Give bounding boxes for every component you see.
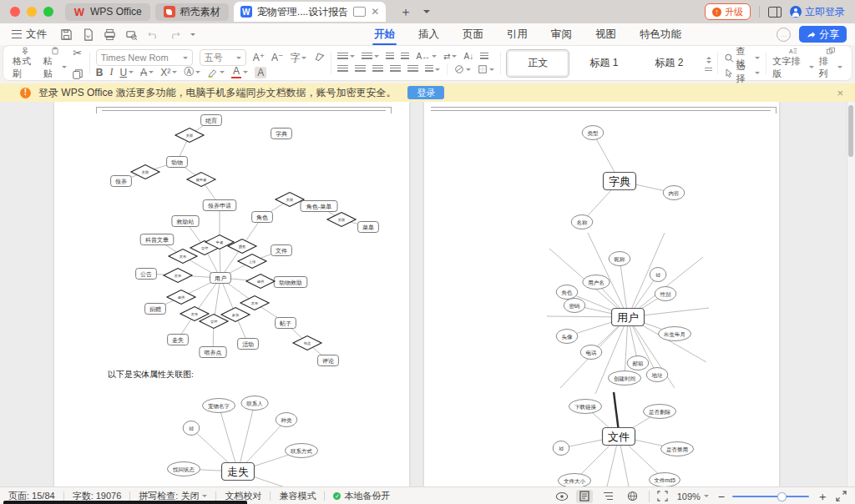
diagram-node-weiyangdian[interactable]: 喂养点	[200, 347, 226, 358]
document-area[interactable]: 绝育字典动物领养领养申请救助站科普文章角色角色-菜单菜单文件公告用户动物救助捐赠…	[0, 102, 855, 486]
diagram-node-neirong[interactable]: 内容	[663, 186, 685, 200]
sidebar-toggle-icon[interactable]	[768, 7, 782, 18]
upgrade-button[interactable]: ↑ 升级	[705, 3, 751, 20]
diagram-node-juese2[interactable]: 角色	[556, 285, 578, 300]
style-heading-2[interactable]: 标题 2	[638, 50, 700, 77]
underline-button[interactable]: U	[119, 67, 134, 78]
export-pdf-icon[interactable]	[82, 28, 94, 41]
fullscreen-icon[interactable]	[836, 491, 847, 501]
diagram-node-touxiang[interactable]: 头像	[556, 330, 578, 344]
tab-special-features[interactable]: 特色功能	[628, 23, 693, 45]
columns-icon[interactable]	[480, 53, 488, 61]
diagram-node-caidan[interactable]: 菜单	[358, 222, 379, 233]
highlight-button[interactable]	[207, 68, 225, 78]
tab-reference[interactable]: 引用	[495, 23, 539, 45]
diagram-node-d2[interactable]: 关联	[131, 165, 159, 179]
font-color-button[interactable]: A	[231, 66, 248, 79]
sort-button[interactable]: A↓	[463, 52, 473, 61]
diagram-node-e6[interactable]: 找回状态	[167, 462, 200, 476]
align-left-icon[interactable]	[337, 65, 348, 73]
diagram-node-sfsc[interactable]: 是否删除	[643, 405, 675, 419]
save-icon[interactable]	[60, 28, 73, 41]
diagram-node-zoushi2[interactable]: 走失	[222, 463, 255, 481]
diagram-node-wenjian[interactable]: 文件	[271, 245, 292, 256]
diagram-node-d5[interactable]: 关联	[327, 213, 356, 227]
superscript-button[interactable]: X²	[160, 67, 177, 78]
web-view-button[interactable]	[625, 490, 641, 503]
diagram-node-dE[interactable]: 发布	[164, 269, 192, 283]
borders-button[interactable]	[478, 64, 494, 74]
grow-font-button[interactable]: A⁺	[253, 52, 265, 63]
file-menu-button[interactable]: 文件	[12, 28, 47, 42]
text-direction-button[interactable]: ⇄	[443, 52, 457, 61]
diagram-node-mima[interactable]: 密码	[564, 299, 585, 313]
read-mode-icon[interactable]	[555, 491, 569, 501]
diagram-node-wjdx[interactable]: 文件大小	[558, 474, 590, 487]
diagram-node-e4[interactable]: id	[183, 421, 200, 436]
clear-format-icon[interactable]	[313, 53, 325, 63]
print-preview-icon[interactable]	[125, 28, 138, 41]
diagram-node-juanzeng[interactable]: 捐赠	[145, 304, 166, 315]
diagram-node-dwjz[interactable]: 动物救助	[274, 277, 307, 288]
style-heading-1[interactable]: 标题 1	[573, 50, 635, 77]
diagram-node-d3[interactable]: 被申请	[187, 173, 215, 187]
diagram-node-youxiang[interactable]: 邮箱	[627, 356, 649, 370]
chat-bubble-icon[interactable]	[353, 7, 366, 17]
align-right-icon[interactable]	[372, 65, 383, 73]
diagram-node-tiezi[interactable]: 帖子	[276, 318, 296, 329]
diagram-node-dL[interactable]: 包含	[293, 336, 321, 350]
diagram-node-sfjy[interactable]: 是否禁用	[660, 442, 693, 456]
diagram-node-e3[interactable]: 种类	[276, 413, 297, 427]
diagram-node-d1[interactable]: 关联	[175, 129, 204, 143]
close-window-button[interactable]	[10, 7, 20, 17]
banner-login-button[interactable]: 登录	[407, 86, 444, 99]
print-icon[interactable]	[104, 28, 116, 41]
banner-close-icon[interactable]: ×	[837, 87, 843, 99]
quickbar-chevron-icon[interactable]	[190, 33, 195, 38]
styles-scroll[interactable]	[705, 54, 712, 73]
diagram-node-yonghu[interactable]: 用户	[210, 273, 231, 284]
styles-more-icon[interactable]	[705, 68, 712, 73]
text-layout-button[interactable]: A 文字排版	[772, 47, 813, 80]
zoom-level[interactable]: 109%	[675, 491, 711, 501]
document-page-left[interactable]: 绝育字典动物领养领养申请救助站科普文章角色角色-菜单菜单文件公告用户动物救助捐赠…	[54, 102, 409, 486]
diagram-node-wenjian2[interactable]: 文件	[603, 428, 635, 446]
page-view-button[interactable]	[576, 490, 593, 503]
diagram-node-uid[interactable]: id	[650, 268, 666, 282]
tab-home[interactable]: 开始	[362, 23, 407, 45]
font-size-select[interactable]: 五号	[200, 49, 246, 66]
fit-page-icon[interactable]	[657, 491, 668, 501]
tab-insert[interactable]: 插入	[407, 23, 451, 45]
diagram-node-jueyu[interactable]: 绝育	[201, 115, 222, 126]
diagram-node-nicheng[interactable]: 昵称	[609, 252, 630, 266]
bold-button[interactable]: B	[96, 67, 104, 78]
diagram-node-zoushi[interactable]: 走失	[168, 335, 189, 345]
diagram-node-lingyang[interactable]: 领养	[111, 176, 132, 187]
zoom-in-button[interactable]: ＋	[817, 491, 828, 502]
tab-list-chevron-icon[interactable]	[423, 10, 430, 17]
distribute-icon[interactable]	[407, 65, 418, 73]
local-backup-status[interactable]: ✓ 本地备份开	[325, 490, 398, 502]
diagram-node-dA[interactable]: 发布	[169, 249, 197, 264]
diagram-node-e5[interactable]: 联系方式	[285, 444, 317, 458]
diagram-node-dizhi[interactable]: 地址	[646, 368, 668, 382]
minimize-window-button[interactable]	[27, 7, 37, 17]
compat-mode-button[interactable]: 兼容模式	[271, 490, 324, 502]
undo-icon[interactable]	[147, 28, 159, 40]
shrink-font-button[interactable]: A⁻	[271, 52, 283, 63]
strikethrough-button[interactable]: A	[140, 67, 154, 78]
paste-button[interactable]: 粘贴	[43, 47, 67, 80]
align-center-icon[interactable]	[355, 65, 366, 73]
shading-button[interactable]	[454, 64, 471, 74]
diagram-node-huodong[interactable]: 活动	[238, 339, 259, 350]
font-name-select[interactable]: Times New Rom	[96, 49, 193, 66]
increase-indent-icon[interactable]	[401, 53, 409, 61]
diagram-node-chusheng[interactable]: 出生年月	[658, 327, 691, 341]
diagram-node-gonggao[interactable]: 公告	[136, 269, 157, 280]
diagram-node-pinglun[interactable]: 评论	[318, 355, 339, 366]
diagram-node-yonghu2[interactable]: 用户	[612, 309, 645, 326]
numbered-list-button[interactable]	[362, 53, 379, 61]
diagram-node-fid[interactable]: id	[553, 441, 569, 456]
italic-button[interactable]: I	[109, 66, 113, 78]
arrange-button[interactable]: 排列	[819, 47, 842, 80]
